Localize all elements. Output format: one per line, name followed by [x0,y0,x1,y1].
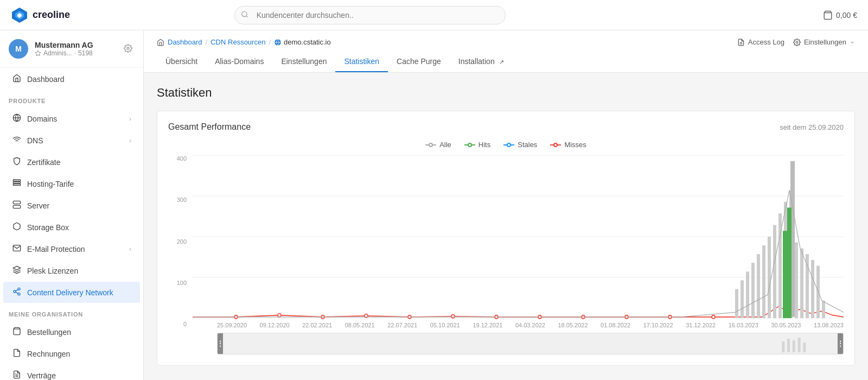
legend-label-misses: Misses [564,141,586,149]
access-log-button[interactable]: Access Log [737,38,784,46]
x-label: 01.08.2022 [601,322,630,328]
chevron-right-icon: › [129,245,131,253]
sidebar-item-domains[interactable]: Domains › [3,108,140,129]
svg-point-6 [127,47,129,49]
sidebar-item-zertifikate[interactable]: Zertifikate [3,151,140,173]
sidebar-item-dashboard[interactable]: Dashboard [3,68,140,90]
svg-point-30 [796,41,798,43]
sidebar-item-cdn[interactable]: Content Delivery Network [3,282,140,303]
tab-cache-purge[interactable]: Cache Purge [388,52,450,72]
svg-rect-72 [803,343,806,352]
x-axis: 25.09.2020 09.12.2020 22.02.2021 08.05.2… [217,320,844,328]
box-icon [12,222,22,232]
svg-rect-49 [741,280,744,318]
x-label: 25.09.2020 [217,322,247,328]
breadcrumb-left: Dashboard / CDN Ressourcen / demo.cstati… [157,38,331,46]
tab-statistiken[interactable]: Statistiken [335,52,388,72]
sidebar-item-label: Bestellungen [27,328,71,337]
sidebar-item-label: Domains [27,115,57,123]
einstellungen-label: Einstellungen [804,38,846,46]
tab-uebersicht[interactable]: Übersicht [157,52,206,72]
star-icon [35,50,41,56]
user-sub: Adminis... · 5198 [35,49,115,57]
range-slider[interactable]: ⋮ ⋮ [217,333,844,354]
file-icon [12,349,22,359]
chart-svg-area: 25.09.2020 09.12.2020 22.02.2021 08.05.2… [193,155,844,354]
sidebar-item-vertraege[interactable]: Verträge [3,365,140,380]
svg-rect-67 [787,207,792,318]
chart-header: Gesamt Performance seit dem 25.09.2020 [168,122,844,132]
legend-label-alle: Alle [439,141,451,149]
einstellungen-button[interactable]: Einstellungen [793,38,855,46]
svg-line-22 [16,289,18,291]
x-label: 05.10.2021 [430,322,460,328]
svg-rect-61 [806,254,809,318]
sidebar-item-label: Plesk Lizenzen [27,267,78,275]
search-input[interactable] [234,6,506,24]
legend-item-stales: Stales [503,141,537,149]
chart-date: seit dem 25.09.2020 [780,123,844,131]
tab-einstellungen[interactable]: Einstellungen [272,52,335,72]
chevron-right-icon: › [129,137,131,144]
sidebar-item-dns[interactable]: DNS › [3,130,140,151]
nav-right: 0,00 € [823,10,857,20]
tab-alias-domains[interactable]: Alias-Domains [206,52,272,72]
sidebar-item-server[interactable]: Server [3,195,140,216]
breadcrumb-cdn-ressourcen[interactable]: CDN Ressourcen [210,38,265,46]
file-text-icon [737,39,745,46]
sidebar-item-storage-box[interactable]: Storage Box [3,217,140,238]
x-label: 22.02.2021 [302,322,332,328]
server-icon [12,179,22,189]
svg-point-3 [241,11,246,16]
x-label: 04.03.2022 [515,322,545,328]
mini-chart-svg [226,336,835,352]
svg-rect-52 [757,254,760,318]
range-handle-left[interactable]: ⋮ [218,333,223,354]
page-content: Statistiken Gesamt Performance seit dem … [144,73,868,379]
tab-installation[interactable]: Installation ↗ [450,52,513,72]
shield-icon [12,157,22,167]
x-label: 31.12.2022 [686,322,716,328]
sidebar-item-rechnungen[interactable]: Rechnungen [3,343,140,364]
handle-icon-right: ⋮ [837,340,844,347]
layers-icon [12,265,22,276]
legend-item-hits: Hits [464,141,490,149]
sidebar-item-label: Content Delivery Network [27,288,113,297]
sidebar-item-label: Rechnungen [27,350,70,358]
chevron-down-icon [850,40,855,45]
svg-marker-17 [13,266,20,270]
cart-area[interactable]: 0,00 € [823,10,857,20]
x-label: 13.08.2023 [814,322,844,328]
y-axis: 400 300 200 100 0 [168,155,190,327]
x-label: 18.05.2022 [558,322,588,328]
sidebar-user: M Mustermann AG Adminis... · 5198 [0,30,143,68]
sidebar-item-bestellungen[interactable]: Bestellungen [3,321,140,343]
search-bar [234,6,506,24]
svg-line-21 [16,292,18,294]
svg-rect-71 [798,338,801,352]
sidebar-item-plesk[interactable]: Plesk Lizenzen [3,260,140,281]
chart-legend: Alle Hits Stales [168,141,844,149]
sidebar-item-label: Hosting-Tarife [27,180,74,188]
legend-item-misses: Misses [550,141,586,149]
breadcrumb-current: demo.cstatic.io [284,38,331,46]
legend-item-alle: Alle [425,141,451,149]
gear-button[interactable] [122,42,135,56]
sidebar-item-label: E-Mail Protection [27,245,85,254]
range-handle-right[interactable]: ⋮ [838,333,843,354]
sidebar-item-label: Storage Box [27,223,69,232]
sidebar-item-email[interactable]: E-Mail Protection › [3,238,140,259]
cart-icon [823,10,833,20]
svg-rect-53 [762,245,765,318]
svg-point-47 [712,315,715,319]
page-title: Statistiken [157,86,855,100]
logo[interactable]: creoline [11,7,70,24]
handle-icon-left: ⋮ [217,340,224,347]
org-section-label: MEINE ORGANISATION [0,303,143,321]
sidebar-item-hosting[interactable]: Hosting-Tarife [3,173,140,194]
legend-label-stales: Stales [518,141,537,149]
legend-label-hits: Hits [478,141,490,149]
svg-rect-13 [13,201,20,204]
breadcrumb-dashboard[interactable]: Dashboard [168,38,202,46]
access-log-label: Access Log [748,38,784,46]
